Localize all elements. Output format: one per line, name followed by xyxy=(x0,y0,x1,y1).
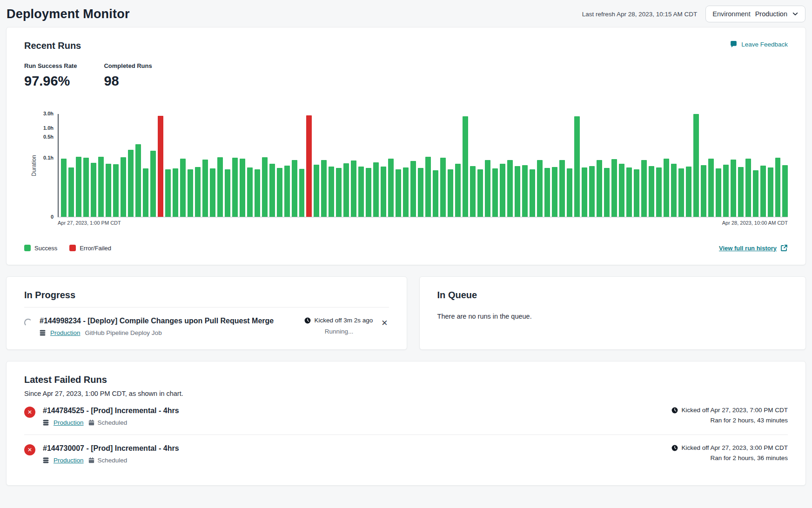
run-bar-success[interactable] xyxy=(455,164,461,217)
run-bar-success[interactable] xyxy=(165,169,171,217)
run-bar-success[interactable] xyxy=(299,169,305,217)
run-bar-success[interactable] xyxy=(232,158,238,217)
run-bar-failed[interactable] xyxy=(306,115,312,217)
view-full-run-history-link[interactable]: View full run history xyxy=(719,244,788,252)
run-bar-success[interactable] xyxy=(225,169,230,217)
run-bar-success[interactable] xyxy=(463,116,468,217)
run-bar-success[interactable] xyxy=(671,164,677,217)
run-bar-success[interactable] xyxy=(492,168,498,217)
run-bar-success[interactable] xyxy=(321,160,327,217)
run-bar-success[interactable] xyxy=(678,168,684,217)
close-icon[interactable]: ✕ xyxy=(380,318,389,328)
run-bar-success[interactable] xyxy=(329,167,334,217)
run-bar-success[interactable] xyxy=(336,168,342,217)
environment-link[interactable]: Production xyxy=(54,419,84,426)
run-bar-success[interactable] xyxy=(314,165,319,217)
run-bar-success[interactable] xyxy=(649,166,654,217)
run-bar-success[interactable] xyxy=(641,160,647,217)
run-bar-success[interactable] xyxy=(731,160,736,217)
run-bar-success[interactable] xyxy=(440,158,446,217)
run-bar-success[interactable] xyxy=(470,166,476,217)
run-bar-success[interactable] xyxy=(485,160,490,217)
run-bar-success[interactable] xyxy=(611,159,617,217)
run-bar-success[interactable] xyxy=(173,168,178,217)
run-bar-success[interactable] xyxy=(664,159,669,217)
run-bar-success[interactable] xyxy=(768,167,773,217)
run-bar-success[interactable] xyxy=(708,159,714,217)
run-bar-success[interactable] xyxy=(403,167,409,217)
run-bar-success[interactable] xyxy=(358,167,364,217)
run-bar-success[interactable] xyxy=(180,159,186,217)
run-bar-success[interactable] xyxy=(61,159,67,217)
run-bar-success[interactable] xyxy=(775,158,781,217)
environment-dropdown[interactable]: Environment Production xyxy=(705,6,805,22)
run-bar-success[interactable] xyxy=(552,167,557,217)
run-bar-success[interactable] xyxy=(277,168,282,217)
run-bar-success[interactable] xyxy=(686,167,691,217)
run-bar-success[interactable] xyxy=(753,170,758,217)
run-bar-success[interactable] xyxy=(188,169,193,217)
run-bar-success[interactable] xyxy=(343,163,349,217)
run-bar-success[interactable] xyxy=(195,167,201,217)
environment-link[interactable]: Production xyxy=(50,329,81,336)
run-bar-success[interactable] xyxy=(418,168,423,217)
run-bar-success[interactable] xyxy=(68,167,74,217)
run-bar-success[interactable] xyxy=(381,167,386,217)
run-bar-success[interactable] xyxy=(121,157,126,217)
run-bar-success[interactable] xyxy=(626,167,632,217)
run-bar-success[interactable] xyxy=(723,165,729,217)
run-bar-success[interactable] xyxy=(135,144,141,217)
run-bar-success[interactable] xyxy=(284,166,290,217)
run-bar-success[interactable] xyxy=(782,165,788,217)
run-bar-success[interactable] xyxy=(98,157,104,217)
run-bar-success[interactable] xyxy=(745,159,751,217)
run-bar-success[interactable] xyxy=(716,168,721,217)
run-bar-success[interactable] xyxy=(693,114,699,217)
run-bar-success[interactable] xyxy=(507,160,513,217)
run-bar-success[interactable] xyxy=(574,116,580,217)
run-bar-success[interactable] xyxy=(91,163,96,217)
run-bar-success[interactable] xyxy=(351,160,356,217)
run-bar-success[interactable] xyxy=(619,164,624,217)
run-bar-success[interactable] xyxy=(448,169,453,217)
run-bar-success[interactable] xyxy=(262,157,268,217)
run-bar-success[interactable] xyxy=(373,162,379,217)
run-bar-success[interactable] xyxy=(128,150,134,217)
run-bar-success[interactable] xyxy=(143,168,148,217)
run-bar-success[interactable] xyxy=(366,168,371,217)
run-bar-success[interactable] xyxy=(477,169,483,217)
run-bar-success[interactable] xyxy=(522,165,528,217)
run-bar-success[interactable] xyxy=(559,160,565,217)
run-bar-success[interactable] xyxy=(113,164,119,217)
run-bar-success[interactable] xyxy=(292,160,297,217)
run-bar-success[interactable] xyxy=(269,164,275,217)
run-bar-success[interactable] xyxy=(604,168,610,217)
run-bar-success[interactable] xyxy=(589,166,595,217)
run-bar-success[interactable] xyxy=(150,151,156,217)
run-bar-success[interactable] xyxy=(500,164,505,217)
run-bar-success[interactable] xyxy=(106,164,111,217)
run-bar-success[interactable] xyxy=(255,169,260,217)
run-bar-success[interactable] xyxy=(210,168,215,217)
run-bar-success[interactable] xyxy=(537,160,543,217)
run-bar-success[interactable] xyxy=(530,169,535,217)
run-bar-success[interactable] xyxy=(567,168,572,217)
run-bar-failed[interactable] xyxy=(158,116,163,217)
run-bar-success[interactable] xyxy=(582,167,587,217)
run-bar-success[interactable] xyxy=(83,158,89,217)
run-bar-success[interactable] xyxy=(425,157,431,217)
leave-feedback-button[interactable]: Leave Feedback xyxy=(730,40,788,48)
run-bar-success[interactable] xyxy=(634,169,639,217)
run-bar-success[interactable] xyxy=(388,159,394,217)
run-bar-success[interactable] xyxy=(202,160,208,217)
run-bar-success[interactable] xyxy=(597,160,602,217)
run-bar-success[interactable] xyxy=(544,168,550,217)
run-bar-success[interactable] xyxy=(433,170,438,217)
run-bar-success[interactable] xyxy=(656,167,662,217)
run-bar-success[interactable] xyxy=(240,159,245,217)
environment-link[interactable]: Production xyxy=(54,457,84,464)
run-bar-success[interactable] xyxy=(701,165,706,217)
run-bar-success[interactable] xyxy=(515,166,520,217)
run-bar-success[interactable] xyxy=(76,157,81,217)
run-bar-success[interactable] xyxy=(410,161,416,217)
